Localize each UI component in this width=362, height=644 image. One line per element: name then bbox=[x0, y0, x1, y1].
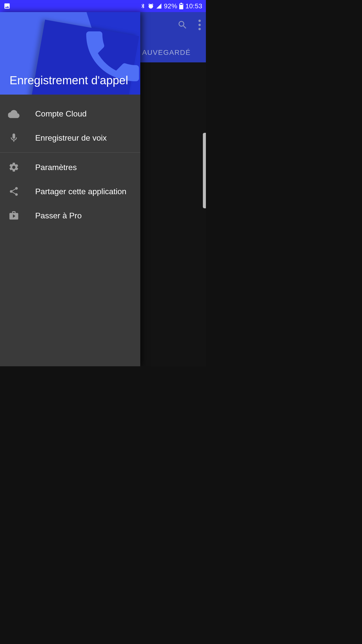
drawer-item-go-pro[interactable]: Passer à Pro bbox=[0, 204, 140, 228]
tab-saved[interactable]: AUVEGARDÉ bbox=[142, 49, 191, 57]
signal-icon bbox=[156, 3, 162, 9]
svg-point-5 bbox=[198, 28, 201, 30]
bluetooth-icon bbox=[140, 3, 146, 9]
drawer-item-settings[interactable]: Paramètres bbox=[0, 155, 140, 179]
drawer-item-voice-recorder[interactable]: Enregistreur de voix bbox=[0, 126, 140, 150]
navigation-drawer: Enregistrement d'appel Compte Cloud Enre… bbox=[0, 12, 140, 366]
drawer-item-share-app[interactable]: Partager cette application bbox=[0, 179, 140, 204]
drawer-list: Compte Cloud Enregistreur de voix Paramè… bbox=[0, 95, 140, 228]
svg-rect-1 bbox=[180, 3, 182, 4]
shop-icon bbox=[8, 210, 20, 221]
mic-icon bbox=[8, 133, 20, 143]
svg-point-4 bbox=[198, 24, 201, 26]
share-icon bbox=[8, 186, 20, 197]
picture-icon bbox=[4, 3, 11, 10]
drawer-header: Enregistrement d'appel bbox=[0, 12, 140, 95]
drawer-title: Enregistrement d'appel bbox=[10, 73, 128, 87]
app-main: AUVEGARDÉ Enregistrement d'appel Compte … bbox=[0, 12, 206, 366]
svg-point-3 bbox=[198, 20, 201, 22]
battery-percent: 92% bbox=[164, 2, 177, 10]
status-bar: 92% 10:53 bbox=[0, 0, 206, 12]
drawer-item-label: Paramètres bbox=[35, 163, 77, 172]
alarm-icon bbox=[148, 3, 154, 9]
cloud-icon bbox=[8, 108, 20, 119]
fast-scroll-thumb[interactable] bbox=[203, 133, 206, 208]
svg-rect-2 bbox=[180, 4, 183, 5]
drawer-item-label: Passer à Pro bbox=[35, 211, 82, 220]
more-vert-icon[interactable] bbox=[198, 20, 201, 30]
battery-icon bbox=[179, 3, 183, 9]
search-icon[interactable] bbox=[177, 20, 188, 30]
drawer-item-label: Compte Cloud bbox=[35, 109, 87, 118]
clock-time: 10:53 bbox=[185, 2, 202, 10]
settings-icon bbox=[8, 162, 20, 173]
drawer-item-label: Enregistreur de voix bbox=[35, 133, 107, 143]
drawer-item-cloud-account[interactable]: Compte Cloud bbox=[0, 102, 140, 126]
drawer-item-label: Partager cette application bbox=[35, 187, 126, 196]
drawer-divider bbox=[0, 152, 140, 153]
